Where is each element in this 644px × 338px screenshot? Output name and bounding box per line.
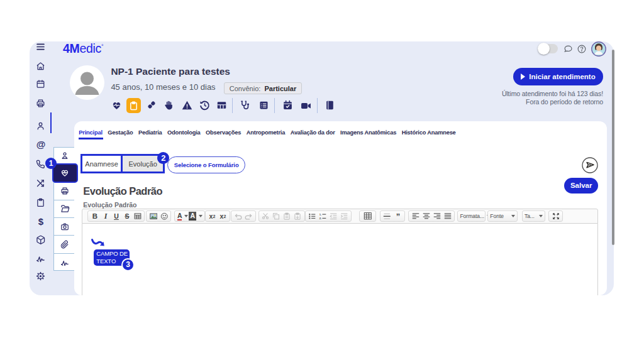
svg-text:1.: 1. xyxy=(319,213,322,216)
svg-text:2.: 2. xyxy=(319,217,322,220)
